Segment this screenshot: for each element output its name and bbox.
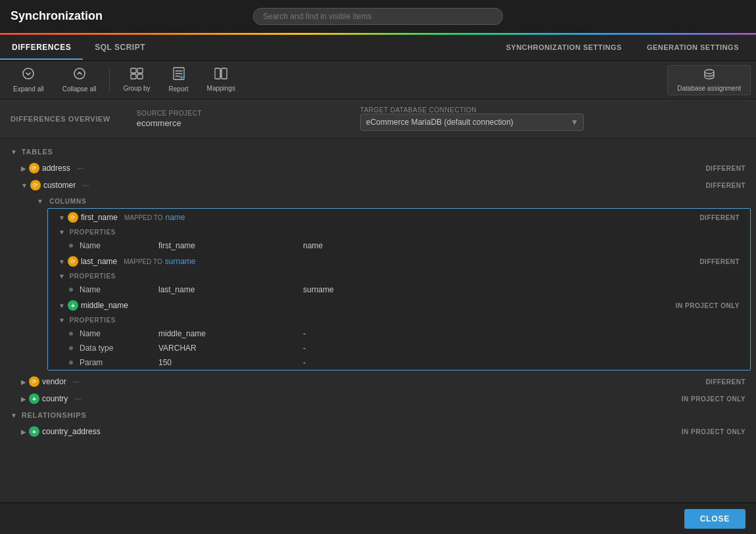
first-name-content: ⟳ first_name MAPPED TO name — [68, 212, 699, 223]
tree: ▼ TABLES ▶ ⟳ address ··· DIFFERENT ▼ ⟳ c… — [0, 139, 756, 445]
collapse-all-button[interactable]: Collapse all — [55, 64, 105, 95]
svg-rect-5 — [137, 74, 143, 79]
toolbar-separator-1 — [109, 68, 110, 92]
group-by-label: Group by — [123, 85, 150, 92]
source-value: ecommerce — [137, 118, 334, 128]
first-name-properties-header[interactable]: ▼ PROPERTIES — [48, 226, 750, 238]
target-db-select[interactable]: eCommerce MariaDB (default connection) — [360, 114, 584, 131]
middle-name-chevron: ▼ — [59, 302, 65, 309]
middle-name-prop-val2-1: - — [303, 329, 306, 338]
customer-content: ⟳ customer ··· — [30, 180, 705, 190]
first-name-sync-icon: ⟳ — [68, 212, 78, 223]
collapse-all-icon — [73, 67, 86, 83]
first-name-prop-bullet — [69, 244, 73, 248]
group-by-icon — [130, 68, 143, 83]
tab-sql-script[interactable]: SQL SCRIPT — [83, 36, 157, 60]
first-name-prop-name: Name first_name name — [48, 238, 750, 253]
country-address-name: country_address — [42, 427, 101, 436]
table-row-vendor[interactable]: ▶ ⟳ vendor ··· DIFFERENT — [0, 373, 756, 390]
differences-overview: DIFFERENCES OVERVIEW SOURCE PROJECT ecom… — [0, 99, 756, 139]
svg-point-0 — [23, 68, 34, 79]
svg-rect-7 — [215, 68, 220, 79]
source-label: SOURCE PROJECT — [137, 110, 334, 117]
first-name-mapped-label: MAPPED TO — [124, 214, 163, 221]
middle-name-prop-datatype-val2: - — [303, 344, 306, 353]
group-by-button[interactable]: Group by — [115, 65, 158, 95]
middle-name-prop-param-label: Param — [80, 358, 158, 367]
middle-name-prop-param-val2: - — [303, 358, 306, 367]
table-row-country[interactable]: ▶ + country ··· IN PROJECT ONLY — [0, 390, 756, 407]
middle-name-properties-header[interactable]: ▼ PROPERTIES — [48, 314, 750, 326]
tab-differences[interactable]: DIFFERENCES — [0, 36, 83, 60]
tab-gen-settings[interactable]: GENERATION SETTINGS — [635, 37, 751, 59]
svg-rect-4 — [131, 74, 136, 79]
first-name-chevron: ▼ — [59, 214, 65, 221]
close-button[interactable]: CLOSE — [684, 509, 745, 529]
database-assignment-button[interactable]: Database assignment — [667, 65, 751, 95]
column-row-first-name[interactable]: ▼ ⟳ first_name MAPPED TO name DIFFERENT — [48, 209, 750, 226]
bottom-bar: CLOSE — [0, 502, 756, 534]
tables-section-header[interactable]: ▼ TABLES — [0, 144, 756, 160]
last-name-properties-header[interactable]: ▼ PROPERTIES — [48, 270, 750, 282]
report-icon — [173, 67, 185, 83]
column-row-middle-name[interactable]: ▼ + middle_name IN PROJECT ONLY — [48, 297, 750, 314]
columns-chevron: ▼ — [37, 198, 43, 205]
first-name-mapped-value: name — [165, 213, 185, 222]
app-title: Synchronization — [11, 9, 103, 23]
country-address-chevron: ▶ — [21, 428, 26, 435]
vendor-badge: DIFFERENT — [705, 378, 745, 386]
database-assignment-icon — [703, 68, 715, 83]
table-row-address[interactable]: ▶ ⟳ address ··· DIFFERENT — [0, 160, 756, 177]
customer-sync-icon: ⟳ — [30, 180, 41, 190]
table-row-customer[interactable]: ▼ ⟳ customer ··· DIFFERENT — [0, 177, 756, 194]
svg-rect-3 — [137, 68, 143, 73]
expand-all-label: Expand all — [13, 85, 44, 93]
target-label: TARGET DATABASE CONNECTION — [360, 106, 745, 114]
middle-name-prop-param: Param 150 - — [48, 355, 750, 370]
first-name-prop-val1: first_name — [158, 241, 303, 250]
relationships-section-header[interactable]: ▼ RELATIONSHIPS — [0, 407, 756, 423]
tables-chevron: ▼ — [11, 148, 18, 156]
report-button[interactable]: Report — [161, 64, 197, 95]
last-name-content: ⟳ last_name MAPPED TO surname — [68, 256, 699, 267]
middle-name-badge: IN PROJECT ONLY — [676, 302, 740, 309]
country-address-content: + country_address — [29, 426, 682, 437]
source-project-col: SOURCE PROJECT ecommerce — [137, 110, 334, 128]
main-content: ▼ TABLES ▶ ⟳ address ··· DIFFERENT ▼ ⟳ c… — [0, 139, 756, 534]
middle-name-prop-param-val1: 150 — [158, 358, 303, 367]
last-name-mapped-value: surname — [165, 257, 196, 266]
vendor-content: ⟳ vendor ··· — [29, 376, 705, 387]
target-db-col: TARGET DATABASE CONNECTION eCommerce Mar… — [360, 106, 745, 131]
last-name-badge: DIFFERENT — [699, 258, 740, 265]
rel-row-country-address[interactable]: ▶ + country_address IN PROJECT ONLY — [0, 423, 756, 440]
expand-all-button[interactable]: Expand all — [5, 64, 52, 95]
last-name-sync-icon: ⟳ — [68, 256, 78, 267]
middle-name-prop-name: Name middle_name - — [48, 326, 750, 341]
customer-badge: DIFFERENT — [705, 182, 745, 189]
first-name-props-chevron: ▼ — [59, 229, 66, 236]
svg-rect-8 — [222, 68, 227, 79]
vendor-chevron: ▶ — [21, 378, 26, 386]
columns-section: ▼ COLUMNS — [0, 194, 756, 208]
mappings-icon — [214, 68, 227, 83]
country-name: country — [42, 394, 68, 403]
tab-sync-settings[interactable]: SYNCHRONIZATION SETTINGS — [494, 37, 634, 59]
middle-name-prop-bullet-2 — [69, 346, 73, 350]
collapse-all-label: Collapse all — [62, 85, 97, 93]
column-row-last-name[interactable]: ▼ ⟳ last_name MAPPED TO surname DIFFEREN… — [48, 253, 750, 270]
middle-name-name: middle_name — [81, 301, 128, 310]
address-badge: DIFFERENT — [705, 165, 745, 172]
last-name-chevron: ▼ — [59, 258, 65, 265]
last-name-prop-val2: surname — [303, 285, 334, 294]
target-select-wrapper[interactable]: eCommerce MariaDB (default connection) ▼ — [360, 114, 584, 131]
first-name-prop-val2: name — [303, 241, 323, 250]
search-input[interactable] — [253, 8, 503, 25]
search-box[interactable] — [253, 8, 503, 25]
vendor-name: vendor — [42, 377, 66, 386]
middle-name-plus-icon: + — [68, 300, 78, 311]
customer-name: customer — [43, 181, 76, 190]
middle-name-prop-val1: middle_name — [158, 329, 303, 338]
toolbar: Expand all Collapse all Group by — [0, 61, 756, 99]
last-name-props-chevron: ▼ — [59, 273, 66, 280]
mappings-button[interactable]: Mappings — [199, 65, 243, 95]
